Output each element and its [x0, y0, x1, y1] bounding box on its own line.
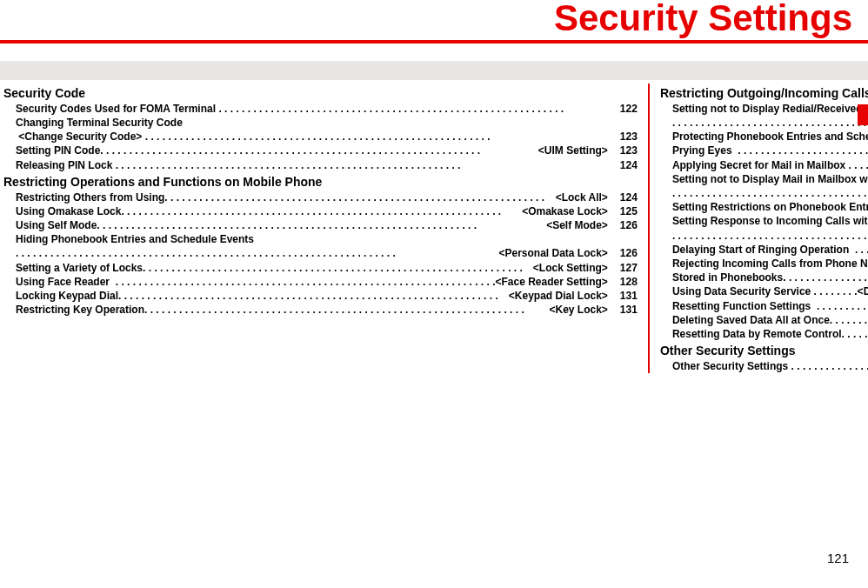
- toc-entry: . . . . . . . . . . . . . . . . . . . . …: [16, 246, 638, 260]
- toc-entry: Setting not to Display Redial/Received C…: [672, 102, 868, 116]
- toc-entry: Using Omakase Lock . . . . . . . . . . .…: [16, 204, 638, 218]
- toc-entry: Setting Restrictions on Phonebook Entrie…: [672, 200, 868, 214]
- toc-entry: Setting Response to Incoming Calls witho…: [672, 214, 868, 228]
- title-rule: [0, 40, 868, 43]
- section-heading: Other Security Settings: [660, 343, 868, 359]
- toc-entry-text: Prying Eyes . . . . . . . . . . . . . . …: [672, 144, 868, 157]
- chapter-title-block: Security Settings: [0, 0, 868, 47]
- toc-entry-text: . . . . . . . . . . . . . . . . . . . . …: [16, 246, 608, 260]
- toc-entry-text: Using Omakase Lock . . . . . . . . . . .…: [16, 204, 608, 218]
- toc-entry-text: Using Data Security Service . . . . . . …: [672, 284, 868, 298]
- side-tab: [858, 104, 868, 125]
- toc-right-column: Restricting Outgoing/Incoming Calls or M…: [648, 84, 868, 373]
- toc-entry: Restricting Key Operation . . . . . . . …: [16, 303, 638, 317]
- toc-entry-text: Security Codes Used for FOMA Terminal: [16, 102, 608, 116]
- toc-entry: Restricting Others from Using . . . . . …: [16, 190, 638, 204]
- toc-entry-text: <Change Security Code>: [16, 130, 608, 144]
- toc-entry: Applying Secret for Mail in Mailbox . . …: [672, 158, 868, 172]
- toc-entry: Setting not to Display Mail in Mailbox w…: [672, 172, 868, 186]
- toc-entry-text: Using Face Reader . . . . . . . . . . . …: [16, 275, 608, 289]
- toc-entry-page: 122: [608, 102, 638, 116]
- toc-entry-text: Restricting Key Operation . . . . . . . …: [16, 303, 608, 317]
- toc-entry: Hiding Phonebook Entries and Schedule Ev…: [16, 232, 638, 246]
- toc-entry: Setting PIN Code . . . . . . . . . . . .…: [16, 144, 638, 157]
- toc-entry-text: Setting PIN Code . . . . . . . . . . . .…: [16, 144, 608, 157]
- toc-entry-text: Releasing PIN Lock: [16, 158, 608, 172]
- section-heading: Security Code: [3, 85, 638, 102]
- toc-entry-text: Setting not to Display Redial/Received C…: [672, 102, 868, 116]
- toc-entry-page: 123: [608, 144, 638, 157]
- toc-left-column: Security CodeSecurity Codes Used for FOM…: [3, 84, 648, 373]
- toc-entry-text: . . . . . . . . . . . . . . . . . . . . …: [672, 116, 868, 130]
- toc-entry-text: Other Security Settings: [672, 359, 868, 373]
- toc-entry-text: Setting Response to Incoming Calls witho…: [672, 214, 868, 228]
- toc-entry-page: 127: [608, 261, 638, 275]
- toc-entry-text: Rejecting Incoming Calls from Phone Numb…: [672, 257, 868, 271]
- toc-entry-text: Delaying Start of Ringing Operation . . …: [672, 243, 868, 257]
- toc-entry: . . . . . . . . . . . . . . . . . . . . …: [672, 229, 868, 243]
- toc-entry-text: Deleting Saved Data All at Once . . . . …: [672, 313, 868, 327]
- toc-entry-page: 126: [608, 246, 638, 260]
- toc-entry-page: [608, 116, 638, 130]
- toc-entry-page: 124: [608, 190, 638, 204]
- toc-entry-text: Restricting Others from Using . . . . . …: [16, 190, 608, 204]
- toc-entry: Prying Eyes . . . . . . . . . . . . . . …: [672, 144, 868, 157]
- toc-columns: Security CodeSecurity Codes Used for FOM…: [0, 84, 868, 373]
- toc-entry-text: Resetting Data by Remote Control . . . .…: [672, 327, 868, 341]
- toc-entry-text: Setting Restrictions on Phonebook Entrie…: [672, 200, 868, 214]
- toc-entry-page: 124: [608, 158, 638, 172]
- toc-entry: . . . . . . . . . . . . . . . . . . . . …: [672, 116, 868, 130]
- toc-entry-page: 126: [608, 218, 638, 232]
- toc-entry-page: 125: [608, 204, 638, 218]
- toc-entry: Delaying Start of Ringing Operation . . …: [672, 243, 868, 257]
- toc-entry: Rejecting Incoming Calls from Phone Numb…: [672, 257, 868, 271]
- chapter-title: Security Settings: [0, 0, 868, 37]
- toc-entry-text: Protecting Phonebook Entries and Schedul…: [672, 130, 868, 144]
- toc-entry-page: 123: [608, 130, 638, 144]
- toc-entry-page: 128: [608, 275, 638, 289]
- toc-entry: <Change Security Code>123: [16, 130, 638, 144]
- toc-entry: Resetting Function Settings . . . . . . …: [672, 299, 868, 313]
- toc-entry: Stored in Phonebooks . . . . . . . . . .…: [672, 271, 868, 284]
- toc-entry-text: Locking Keypad Dial . . . . . . . . . . …: [16, 289, 608, 303]
- toc-entry-page: [608, 232, 638, 246]
- toc-entry: Using Face Reader . . . . . . . . . . . …: [16, 275, 638, 289]
- toc-entry-text: . . . . . . . . . . . . . . . . . . . . …: [672, 229, 868, 243]
- section-heading: Restricting Outgoing/Incoming Calls or M…: [660, 85, 868, 102]
- toc-entry-page: 131: [608, 303, 638, 317]
- page-number: 121: [827, 551, 849, 565]
- toc-entry: Using Data Security Service . . . . . . …: [672, 284, 868, 298]
- section-heading: Restricting Operations and Functions on …: [3, 174, 638, 190]
- toc-entry: Protecting Phonebook Entries and Schedul…: [672, 130, 868, 144]
- toc-entry: Changing Terminal Security Code: [16, 116, 638, 130]
- toc-entry-text: Setting not to Display Mail in Mailbox w…: [672, 172, 868, 186]
- toc-entry-text: Hiding Phonebook Entries and Schedule Ev…: [16, 232, 608, 246]
- toc-entry: Locking Keypad Dial . . . . . . . . . . …: [16, 289, 638, 303]
- toc-entry: Other Security Settings140: [672, 359, 868, 373]
- toc-entry: . . . . . . . . . . . . . . . . . . . . …: [672, 186, 868, 200]
- toc-entry: Using Self Mode . . . . . . . . . . . . …: [16, 218, 638, 232]
- toc-entry: Security Codes Used for FOMA Terminal 12…: [16, 102, 638, 116]
- toc-entry-page: 131: [608, 289, 638, 303]
- toc-entry-text: Stored in Phonebooks . . . . . . . . . .…: [672, 271, 868, 284]
- toc-entry-text: Using Self Mode . . . . . . . . . . . . …: [16, 218, 608, 232]
- toc-entry-text: Setting a Variety of Locks . . . . . . .…: [16, 261, 608, 275]
- toc-entry: Releasing PIN Lock 124: [16, 158, 638, 172]
- toc-entry-text: . . . . . . . . . . . . . . . . . . . . …: [672, 186, 868, 200]
- toc-entry: Resetting Data by Remote Control . . . .…: [672, 327, 868, 341]
- toc-entry: Setting a Variety of Locks . . . . . . .…: [16, 261, 638, 275]
- gray-band: [0, 61, 868, 80]
- toc-entry-text: Changing Terminal Security Code: [16, 116, 608, 130]
- toc-entry-text: Applying Secret for Mail in Mailbox . . …: [672, 158, 868, 172]
- toc-entry-text: Resetting Function Settings . . . . . . …: [672, 299, 868, 313]
- toc-entry: Deleting Saved Data All at Once . . . . …: [672, 313, 868, 327]
